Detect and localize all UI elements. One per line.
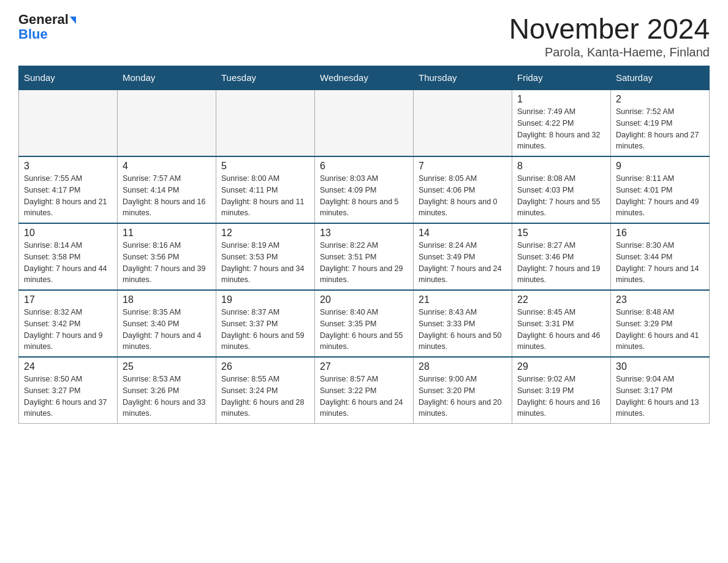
location-subtitle: Parola, Kanta-Haeme, Finland [509, 45, 710, 59]
day-number: 11 [123, 228, 211, 239]
col-wednesday: Wednesday [315, 66, 414, 90]
day-info: Sunrise: 7:52 AMSunset: 4:19 PMDaylight:… [616, 106, 704, 152]
logo: GeneralBlue [18, 12, 76, 42]
calendar-table: Sunday Monday Tuesday Wednesday Thursday… [18, 66, 710, 424]
day-info: Sunrise: 8:35 AMSunset: 3:40 PMDaylight:… [123, 307, 211, 353]
week-row-1: 1Sunrise: 7:49 AMSunset: 4:22 PMDaylight… [19, 90, 710, 156]
day-info: Sunrise: 7:49 AMSunset: 4:22 PMDaylight:… [517, 106, 605, 152]
table-cell: 11Sunrise: 8:16 AMSunset: 3:56 PMDayligh… [118, 223, 216, 290]
day-info: Sunrise: 8:32 AMSunset: 3:42 PMDaylight:… [24, 307, 112, 353]
col-monday: Monday [118, 66, 216, 90]
table-cell: 12Sunrise: 8:19 AMSunset: 3:53 PMDayligh… [216, 223, 315, 290]
day-number: 25 [123, 361, 211, 372]
week-row-2: 3Sunrise: 7:55 AMSunset: 4:17 PMDaylight… [19, 156, 710, 223]
col-thursday: Thursday [414, 66, 512, 90]
day-number: 26 [221, 361, 309, 372]
day-number: 28 [419, 361, 507, 372]
day-number: 15 [517, 228, 605, 239]
day-info: Sunrise: 8:27 AMSunset: 3:46 PMDaylight:… [517, 240, 605, 286]
day-info: Sunrise: 8:16 AMSunset: 3:56 PMDaylight:… [123, 240, 211, 286]
table-cell: 26Sunrise: 8:55 AMSunset: 3:24 PMDayligh… [216, 357, 315, 424]
day-number: 24 [24, 361, 112, 372]
table-cell: 19Sunrise: 8:37 AMSunset: 3:37 PMDayligh… [216, 290, 315, 357]
table-cell: 17Sunrise: 8:32 AMSunset: 3:42 PMDayligh… [19, 290, 118, 357]
day-number: 17 [24, 294, 112, 305]
logo-text: GeneralBlue [18, 12, 76, 42]
table-cell: 23Sunrise: 8:48 AMSunset: 3:29 PMDayligh… [611, 290, 710, 357]
col-tuesday: Tuesday [216, 66, 315, 90]
title-area: November 2024 Parola, Kanta-Haeme, Finla… [509, 12, 710, 59]
day-info: Sunrise: 8:00 AMSunset: 4:11 PMDaylight:… [221, 173, 309, 219]
table-cell: 5Sunrise: 8:00 AMSunset: 4:11 PMDaylight… [216, 156, 315, 223]
table-cell: 30Sunrise: 9:04 AMSunset: 3:17 PMDayligh… [611, 357, 710, 424]
table-cell: 27Sunrise: 8:57 AMSunset: 3:22 PMDayligh… [315, 357, 414, 424]
table-cell: 18Sunrise: 8:35 AMSunset: 3:40 PMDayligh… [118, 290, 216, 357]
day-number: 6 [320, 161, 408, 172]
table-cell: 1Sunrise: 7:49 AMSunset: 4:22 PMDaylight… [512, 90, 611, 156]
day-info: Sunrise: 8:05 AMSunset: 4:06 PMDaylight:… [419, 173, 507, 219]
day-number: 21 [419, 294, 507, 305]
week-row-5: 24Sunrise: 8:50 AMSunset: 3:27 PMDayligh… [19, 357, 710, 424]
day-number: 22 [517, 294, 605, 305]
logo-triangle-icon [70, 17, 76, 24]
day-info: Sunrise: 8:50 AMSunset: 3:27 PMDaylight:… [24, 373, 112, 419]
day-number: 9 [616, 161, 704, 172]
table-cell: 6Sunrise: 8:03 AMSunset: 4:09 PMDaylight… [315, 156, 414, 223]
table-cell: 24Sunrise: 8:50 AMSunset: 3:27 PMDayligh… [19, 357, 118, 424]
col-sunday: Sunday [19, 66, 118, 90]
day-info: Sunrise: 8:30 AMSunset: 3:44 PMDaylight:… [616, 240, 704, 286]
col-saturday: Saturday [611, 66, 710, 90]
table-cell: 13Sunrise: 8:22 AMSunset: 3:51 PMDayligh… [315, 223, 414, 290]
table-cell: 21Sunrise: 8:43 AMSunset: 3:33 PMDayligh… [414, 290, 512, 357]
table-cell [19, 90, 118, 156]
day-info: Sunrise: 8:57 AMSunset: 3:22 PMDaylight:… [320, 373, 408, 419]
table-cell: 2Sunrise: 7:52 AMSunset: 4:19 PMDaylight… [611, 90, 710, 156]
day-info: Sunrise: 8:55 AMSunset: 3:24 PMDaylight:… [221, 373, 309, 419]
day-info: Sunrise: 8:40 AMSunset: 3:35 PMDaylight:… [320, 307, 408, 353]
day-info: Sunrise: 7:55 AMSunset: 4:17 PMDaylight:… [24, 173, 112, 219]
table-cell: 10Sunrise: 8:14 AMSunset: 3:58 PMDayligh… [19, 223, 118, 290]
table-cell: 3Sunrise: 7:55 AMSunset: 4:17 PMDaylight… [19, 156, 118, 223]
day-number: 14 [419, 228, 507, 239]
day-number: 5 [221, 161, 309, 172]
day-number: 13 [320, 228, 408, 239]
table-cell: 16Sunrise: 8:30 AMSunset: 3:44 PMDayligh… [611, 223, 710, 290]
day-number: 10 [24, 228, 112, 239]
day-number: 19 [221, 294, 309, 305]
day-info: Sunrise: 9:04 AMSunset: 3:17 PMDaylight:… [616, 373, 704, 419]
table-cell: 29Sunrise: 9:02 AMSunset: 3:19 PMDayligh… [512, 357, 611, 424]
table-cell [414, 90, 512, 156]
page-header: GeneralBlue November 2024 Parola, Kanta-… [18, 12, 710, 59]
month-year-title: November 2024 [509, 12, 710, 45]
table-cell [216, 90, 315, 156]
day-number: 2 [616, 94, 704, 105]
table-cell [118, 90, 216, 156]
day-info: Sunrise: 8:19 AMSunset: 3:53 PMDaylight:… [221, 240, 309, 286]
day-number: 16 [616, 228, 704, 239]
day-info: Sunrise: 8:11 AMSunset: 4:01 PMDaylight:… [616, 173, 704, 219]
table-cell: 22Sunrise: 8:45 AMSunset: 3:31 PMDayligh… [512, 290, 611, 357]
table-cell: 28Sunrise: 9:00 AMSunset: 3:20 PMDayligh… [414, 357, 512, 424]
day-info: Sunrise: 8:03 AMSunset: 4:09 PMDaylight:… [320, 173, 408, 219]
day-info: Sunrise: 8:14 AMSunset: 3:58 PMDaylight:… [24, 240, 112, 286]
day-number: 4 [123, 161, 211, 172]
week-row-4: 17Sunrise: 8:32 AMSunset: 3:42 PMDayligh… [19, 290, 710, 357]
calendar-header-row: Sunday Monday Tuesday Wednesday Thursday… [19, 66, 710, 90]
day-info: Sunrise: 8:22 AMSunset: 3:51 PMDaylight:… [320, 240, 408, 286]
day-number: 27 [320, 361, 408, 372]
table-cell: 14Sunrise: 8:24 AMSunset: 3:49 PMDayligh… [414, 223, 512, 290]
day-number: 18 [123, 294, 211, 305]
day-info: Sunrise: 8:24 AMSunset: 3:49 PMDaylight:… [419, 240, 507, 286]
table-cell: 4Sunrise: 7:57 AMSunset: 4:14 PMDaylight… [118, 156, 216, 223]
day-info: Sunrise: 8:45 AMSunset: 3:31 PMDaylight:… [517, 307, 605, 353]
day-info: Sunrise: 9:00 AMSunset: 3:20 PMDaylight:… [419, 373, 507, 419]
day-info: Sunrise: 8:43 AMSunset: 3:33 PMDaylight:… [419, 307, 507, 353]
day-number: 30 [616, 361, 704, 372]
col-friday: Friday [512, 66, 611, 90]
day-info: Sunrise: 8:37 AMSunset: 3:37 PMDaylight:… [221, 307, 309, 353]
table-cell: 7Sunrise: 8:05 AMSunset: 4:06 PMDaylight… [414, 156, 512, 223]
day-number: 8 [517, 161, 605, 172]
day-number: 29 [517, 361, 605, 372]
day-info: Sunrise: 8:48 AMSunset: 3:29 PMDaylight:… [616, 307, 704, 353]
day-number: 7 [419, 161, 507, 172]
